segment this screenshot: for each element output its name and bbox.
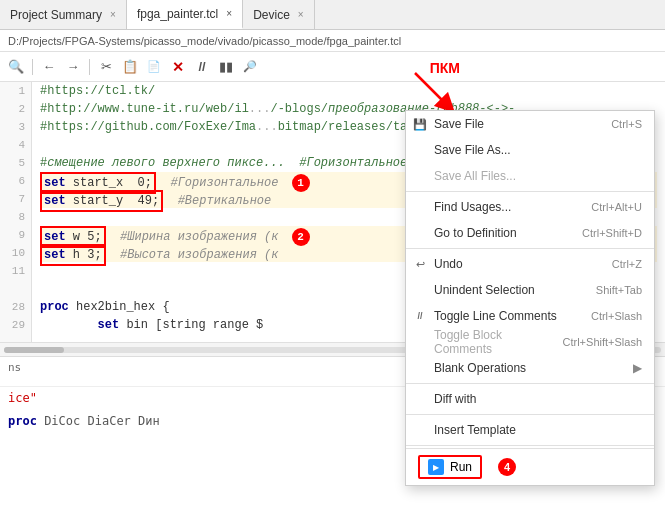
tab-close-project[interactable]: × [110, 9, 116, 20]
ctx-save-file[interactable]: 💾 Save File Ctrl+S [406, 111, 654, 137]
ctx-go-to-definition[interactable]: Go to Definition Ctrl+Shift+D [406, 220, 654, 246]
ctx-save-file-as-label: Save File As... [434, 143, 511, 157]
ctx-toggle-line-shortcut: Ctrl+Slash [591, 310, 642, 322]
ctx-unindent-shortcut: Shift+Tab [596, 284, 642, 296]
ctx-blank-operations[interactable]: Blank Operations ▶ [406, 355, 654, 381]
tab-bar: Project Summary × fpga_painter.tcl × Dev… [0, 0, 665, 30]
comment-button[interactable]: // [192, 57, 212, 77]
ctx-blank-ops-label: Blank Operations [434, 361, 526, 375]
ctx-sep-4 [406, 414, 654, 415]
ctx-undo[interactable]: ↩ Undo Ctrl+Z [406, 251, 654, 277]
tab-fpga-painter[interactable]: fpga_painter.tcl × [127, 0, 243, 29]
forward-button[interactable]: → [63, 57, 83, 77]
save-file-icon: 💾 [412, 118, 428, 131]
run-button-outline[interactable]: Run [418, 455, 482, 479]
ctx-save-file-label: Save File [434, 117, 484, 131]
tab-close-device[interactable]: × [298, 9, 304, 20]
toggle-comment-icon: // [412, 311, 428, 321]
tab-close-fpga[interactable]: × [226, 8, 232, 19]
pkm-annotation: ПКМ [430, 60, 460, 76]
back-button[interactable]: ← [39, 57, 59, 77]
run-icon [428, 459, 444, 475]
ctx-run[interactable]: Run 4 [406, 448, 654, 485]
ctx-sep-5 [406, 445, 654, 446]
ctx-save-all-files: Save All Files... [406, 163, 654, 189]
ctx-insert-template-label: Insert Template [434, 423, 516, 437]
copy-button[interactable]: 📋 [120, 57, 140, 77]
ctx-unindent[interactable]: Unindent Selection Shift+Tab [406, 277, 654, 303]
ctx-toggle-block-label: Toggle Block Comments [434, 328, 543, 356]
ctx-toggle-line-label: Toggle Line Comments [434, 309, 557, 323]
ctx-run-label: Run [450, 460, 472, 474]
ctx-find-usages-shortcut: Ctrl+Alt+U [591, 201, 642, 213]
ctx-unindent-label: Unindent Selection [434, 283, 535, 297]
ctx-sep-1 [406, 191, 654, 192]
ctx-toggle-block-comments: Toggle Block Comments Ctrl+Shift+Slash [406, 329, 654, 355]
ctx-sep-3 [406, 383, 654, 384]
ctx-sep-2 [406, 248, 654, 249]
blank-ops-arrow-icon: ▶ [633, 361, 642, 375]
toolbar: 🔍 ← → ✂ 📋 📄 ✕ // ▮▮ 🔎 [0, 52, 665, 82]
tab-project-summary[interactable]: Project Summary × [0, 0, 127, 29]
ctx-insert-template[interactable]: Insert Template [406, 417, 654, 443]
line-numbers: 1 2 3 4 5 6 7 8 9 10 11 28 29 [0, 82, 32, 342]
toolbar-separator-2 [89, 59, 90, 75]
ctx-go-definition-shortcut: Ctrl+Shift+D [582, 227, 642, 239]
extra-line-text: ice" [8, 391, 37, 405]
ctx-toggle-line-comments[interactable]: // Toggle Line Comments Ctrl+Slash [406, 303, 654, 329]
scrollbar-thumb[interactable] [4, 347, 64, 353]
ctx-find-usages[interactable]: Find Usages... Ctrl+Alt+U [406, 194, 654, 220]
ctx-undo-shortcut: Ctrl+Z [612, 258, 642, 270]
ctx-diff-label: Diff with [434, 392, 476, 406]
ctx-undo-label: Undo [434, 257, 463, 271]
code-line-1: #https://tcl.tk/ [40, 82, 657, 100]
ctx-save-file-as[interactable]: Save File As... [406, 137, 654, 163]
ctx-save-file-shortcut: Ctrl+S [611, 118, 642, 130]
toolbar-separator-1 [32, 59, 33, 75]
ctx-diff-with[interactable]: Diff with [406, 386, 654, 412]
tab-label-device: Device [253, 8, 290, 22]
ctx-toggle-block-shortcut: Ctrl+Shift+Slash [563, 336, 642, 348]
status-ns: ns [8, 361, 21, 374]
delete-button[interactable]: ✕ [168, 57, 188, 77]
filepath-bar: D:/Projects/FPGA-Systems/picasso_mode/vi… [0, 30, 665, 52]
undo-icon: ↩ [412, 258, 428, 271]
grid-button[interactable]: ▮▮ [216, 57, 236, 77]
ctx-save-all-label: Save All Files... [434, 169, 516, 183]
zoom-button[interactable]: 🔎 [240, 57, 260, 77]
tab-label: Project Summary [10, 8, 102, 22]
tab-label-active: fpga_painter.tcl [137, 7, 218, 21]
paste-button[interactable]: 📄 [144, 57, 164, 77]
search-button[interactable]: 🔍 [6, 57, 26, 77]
filepath-text: D:/Projects/FPGA-Systems/picasso_mode/vi… [8, 35, 401, 47]
cut-button[interactable]: ✂ [96, 57, 116, 77]
ctx-find-usages-label: Find Usages... [434, 200, 511, 214]
context-menu: 💾 Save File Ctrl+S Save File As... Save … [405, 110, 655, 486]
tab-device[interactable]: Device × [243, 0, 315, 29]
ctx-go-definition-label: Go to Definition [434, 226, 517, 240]
